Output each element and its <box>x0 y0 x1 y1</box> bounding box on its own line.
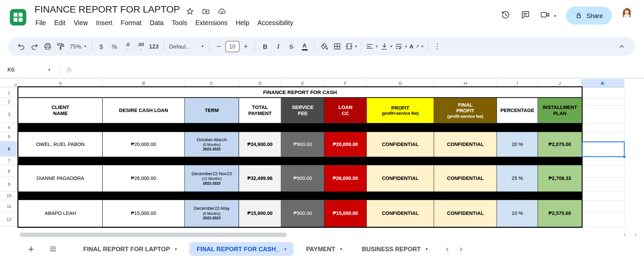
header-cell-final_profit[interactable]: FINALPROFIT(profit-service fee) <box>434 98 497 123</box>
cell-final_profit-2[interactable]: CONFIDENTIAL <box>434 165 497 191</box>
column-header-I[interactable]: I <box>497 79 538 87</box>
undo-button[interactable] <box>15 40 28 53</box>
font-select[interactable]: Defaul... ▾ <box>167 40 206 53</box>
move-folder-icon[interactable] <box>202 7 210 17</box>
name-box[interactable]: K6 ▾ <box>0 67 55 73</box>
chevron-down-icon[interactable]: ▾ <box>48 68 50 72</box>
decrease-decimal-button[interactable]: .0← <box>121 40 134 53</box>
scroll-right-icon[interactable]: › <box>634 231 637 238</box>
cell-installment-3[interactable]: ₱2,575.00 <box>538 200 581 227</box>
cloud-status-icon[interactable] <box>218 7 226 17</box>
header-cell-term[interactable]: TERM <box>185 98 239 123</box>
font-size-input[interactable]: 10 <box>225 41 239 52</box>
column-header-E[interactable]: E <box>281 79 324 87</box>
video-call-icon[interactable] <box>540 10 550 21</box>
column-header-B[interactable]: B <box>103 79 185 87</box>
cell-client-2[interactable]: DIANNE PAGADORA <box>18 165 103 191</box>
separator-row[interactable] <box>18 156 581 165</box>
cell-loan_cc-1[interactable]: ₱20,000.00 <box>324 132 367 156</box>
video-call-caret-icon[interactable]: ▾ <box>554 13 556 18</box>
zoom-select[interactable]: 75% ▾ <box>67 40 88 53</box>
separator-row[interactable] <box>18 191 581 200</box>
version-history-icon[interactable] <box>501 10 510 21</box>
horizontal-scrollbar[interactable] <box>20 233 287 237</box>
column-header-H[interactable]: H <box>434 79 497 87</box>
column-header-C[interactable]: C <box>185 79 239 87</box>
more-options-button[interactable]: ⋮ <box>431 40 444 53</box>
row-header-3[interactable]: 3 <box>0 105 18 123</box>
row-header-10[interactable]: 10 <box>0 191 18 200</box>
all-sheets-button[interactable] <box>49 245 57 253</box>
cell-final_profit-3[interactable]: CONFIDENTIAL <box>434 200 497 227</box>
header-cell-total[interactable]: TOTALPAYMENT <box>239 98 281 123</box>
header-cell-profit[interactable]: PROFIT(profit+service fee) <box>367 98 434 123</box>
merge-cells-button[interactable]: ▾ <box>343 40 358 53</box>
sheets-logo-icon[interactable] <box>9 8 27 26</box>
header-cell-client[interactable]: CLIENTNAME <box>18 98 103 123</box>
cell-final_profit-1[interactable]: CONFIDENTIAL <box>434 132 497 156</box>
header-cell-service_fee[interactable]: SERVICEFEE <box>281 98 324 123</box>
add-sheet-button[interactable]: + <box>28 244 34 254</box>
header-cell-percentage[interactable]: PERCENTAGE <box>497 98 538 123</box>
cell-loan-1[interactable]: ₱20,000.00 <box>103 132 185 156</box>
cell-loan-3[interactable]: ₱15,000.00 <box>103 200 185 227</box>
italic-button[interactable]: I <box>272 40 285 53</box>
text-wrap-button[interactable]: ▾ <box>393 40 408 53</box>
row-header-5[interactable]: 5 <box>0 132 18 142</box>
selection-box[interactable] <box>581 142 625 157</box>
table-title-cell[interactable]: FINANCE REPORT FOR CASH <box>18 87 581 98</box>
cell-total-3[interactable]: ₱15,900.00 <box>239 200 281 227</box>
previous-sheet-icon[interactable]: ‹ <box>446 244 449 254</box>
menu-edit[interactable]: Edit <box>50 18 69 28</box>
fill-color-button[interactable] <box>317 40 331 53</box>
cell-profit-3[interactable]: CONFIDENTIAL <box>367 200 434 227</box>
redo-button[interactable] <box>28 40 41 53</box>
comments-icon[interactable] <box>520 10 530 21</box>
sheet-tab-final-report-for-laptop[interactable]: FINAL REPORT FOR LAPTOP▾ <box>76 242 184 256</box>
menu-help[interactable]: Help <box>232 18 253 28</box>
collapse-toolbar-button[interactable] <box>615 40 628 53</box>
row-header-7[interactable]: 7 <box>0 156 18 165</box>
chevron-down-icon[interactable]: ▾ <box>175 247 177 251</box>
share-button[interactable]: Share <box>566 6 612 24</box>
text-rotation-button[interactable]: A↗ ▾ <box>408 40 424 53</box>
sheet-tab-payment[interactable]: PAYMENT▾ <box>299 242 350 256</box>
increase-decimal-button[interactable]: .00→ <box>134 40 147 53</box>
menu-insert[interactable]: Insert <box>92 18 116 28</box>
column-header-A[interactable]: A <box>18 79 103 87</box>
cell-service_fee-3[interactable]: ₱900.00 <box>281 200 324 227</box>
menu-tools[interactable]: Tools <box>168 18 191 28</box>
chevron-down-icon[interactable]: ▾ <box>426 247 428 251</box>
cell-service_fee-1[interactable]: ₱900.00 <box>281 132 324 156</box>
header-cell-loan_cc[interactable]: LOANCC <box>324 98 367 123</box>
select-all-corner[interactable] <box>0 79 18 87</box>
vertical-align-button[interactable]: ▾ <box>379 40 393 53</box>
bold-button[interactable]: B <box>258 40 272 53</box>
fill-handle[interactable] <box>623 155 626 159</box>
strikethrough-button[interactable]: S <box>285 40 298 53</box>
cell-percentage-1[interactable]: 20 % <box>497 132 538 156</box>
row-header-8[interactable]: 8 <box>0 165 18 177</box>
cell-loan-2[interactable]: ₱26,000.00 <box>103 165 185 191</box>
print-button[interactable] <box>41 40 54 53</box>
menu-file[interactable]: File <box>31 18 50 28</box>
cell-loan_cc-3[interactable]: ₱15,000.00 <box>324 200 367 227</box>
chevron-down-icon[interactable]: ▾ <box>284 247 286 251</box>
cell-loan_cc-2[interactable]: ₱26,000.00 <box>324 165 367 191</box>
column-header-K[interactable]: K <box>581 79 624 87</box>
row-header-12[interactable]: 12 <box>0 213 18 227</box>
star-icon[interactable] <box>186 7 194 17</box>
cell-service_fee-2[interactable]: ₱900.00 <box>281 165 324 191</box>
menu-extensions[interactable]: Extensions <box>191 18 232 28</box>
row-header-2[interactable]: 2 <box>0 98 18 106</box>
menu-data[interactable]: Data <box>146 18 168 28</box>
horizontal-align-button[interactable]: ▾ <box>365 40 379 53</box>
currency-format-button[interactable]: $ <box>95 40 108 53</box>
cell-percentage-3[interactable]: 10 % <box>497 200 538 227</box>
chevron-down-icon[interactable]: ▾ <box>340 247 342 251</box>
cell-profit-2[interactable]: CONFIDENTIAL <box>367 165 434 191</box>
sheet-tab-final-report-for-cash-[interactable]: FINAL REPORT FOR CASH_▾ <box>189 242 294 256</box>
cell-installment-2[interactable]: ₱2,708.33 <box>538 165 581 191</box>
cell-term-1[interactable]: October-March(6 Months)2022-2023 <box>185 132 239 156</box>
cell-client-3[interactable]: ABAPO LEAH <box>18 200 103 227</box>
